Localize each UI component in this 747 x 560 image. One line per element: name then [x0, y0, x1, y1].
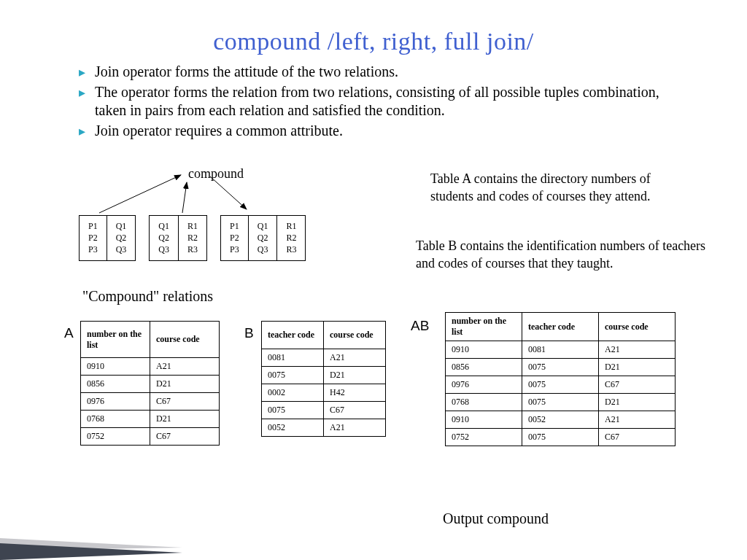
mini-col: Q1Q2Q3	[150, 216, 179, 260]
table-row: 0052A21	[262, 419, 386, 437]
table-row: 08560075D21	[446, 359, 676, 376]
svg-line-0	[99, 175, 181, 213]
output-compound-label: Output compound	[443, 510, 549, 527]
table-header: course code	[324, 322, 386, 349]
table-row: 0002H42	[262, 384, 386, 402]
table-row: 07680075D21	[446, 394, 676, 411]
table-a-label: А	[64, 325, 74, 341]
table-b: teacher codecourse code 0081A21 0075D21 …	[261, 321, 386, 437]
table-header: course code	[599, 313, 676, 341]
table-header: number on the list	[446, 313, 522, 341]
table-row: 09760075C67	[446, 376, 676, 394]
mini-col: R1R2R3	[179, 216, 206, 260]
table-row: 0075C67	[262, 402, 386, 419]
list-item: Join operator forms the attitude of the …	[79, 63, 689, 82]
compound-arrows-icon	[79, 169, 312, 216]
table-row: 0081A21	[262, 349, 386, 367]
bullet-list: Join operator forms the attitude of the …	[79, 63, 689, 140]
table-row: 09100081A21	[446, 341, 676, 359]
table-a-description: Table A contains the directory numbers o…	[430, 170, 678, 206]
table-header: number on the list	[81, 322, 150, 358]
svg-line-2	[210, 176, 247, 209]
mini-col: Q1Q2Q3	[107, 216, 136, 260]
table-ab: number on the listteacher codecourse cod…	[445, 312, 676, 446]
mini-table-3: P1P2P3 Q1Q2Q3 R1R2R3	[220, 215, 306, 261]
mini-col: P1P2P3	[221, 216, 249, 260]
mini-tables: P1P2P3 Q1Q2Q3 Q1Q2Q3 R1R2R3 P1P2P3 Q1Q2Q…	[79, 215, 306, 261]
table-b-description: Table B contains the identification numb…	[416, 237, 708, 273]
table-row: 0752C67	[81, 428, 220, 446]
mini-col: Q1Q2Q3	[249, 216, 278, 260]
slide-title: compound /left, right, full join/	[0, 28, 747, 55]
table-header: teacher code	[262, 322, 324, 349]
mini-table-1: P1P2P3 Q1Q2Q3	[79, 215, 136, 261]
compound-relations-label: "Compound" relations	[82, 288, 213, 305]
mini-col: P1P2P3	[80, 216, 107, 260]
table-ab-label: АВ	[411, 318, 429, 334]
list-item: The operator forms the relation from two…	[79, 83, 689, 120]
table-header: teacher code	[522, 313, 599, 341]
table-row: 0910A21	[81, 358, 220, 376]
table-b-label: В	[244, 325, 254, 341]
list-item: Join operator requires a common attribut…	[79, 122, 689, 141]
table-row: 0768D21	[81, 411, 220, 428]
table-row: 0856D21	[81, 376, 220, 393]
svg-line-1	[182, 182, 187, 213]
decorative-wedge-icon	[0, 498, 182, 560]
mini-table-2: Q1Q2Q3 R1R2R3	[149, 215, 207, 261]
table-row: 0075D21	[262, 367, 386, 384]
table-a: number on the listcourse code 0910A21 08…	[80, 321, 220, 446]
mini-col: R1R2R3	[277, 216, 305, 260]
table-row: 07520075C67	[446, 429, 676, 446]
table-row: 0976C67	[81, 393, 220, 411]
table-header: course code	[150, 322, 220, 358]
table-row: 09100052A21	[446, 411, 676, 429]
